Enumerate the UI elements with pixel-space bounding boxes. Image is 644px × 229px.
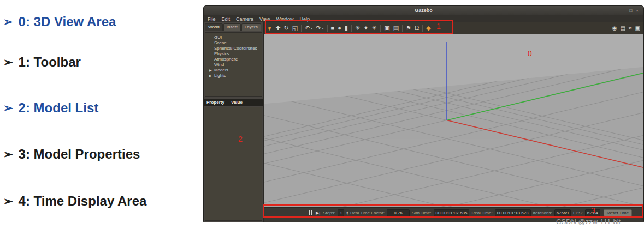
tab-insert[interactable]: Insert (223, 23, 241, 31)
model-properties-area[interactable] (205, 107, 262, 221)
minimize-button[interactable]: – (623, 8, 625, 13)
overlay-number-2: 2 (238, 135, 243, 143)
tree-item-label: Wind (214, 62, 224, 67)
screenshot-canvas: ➢ 0: 3D View Area ➢ 1: Toolbar ➢ 2: Mode… (0, 0, 644, 229)
menu-item-file[interactable]: File (208, 16, 216, 22)
data-logger-icon[interactable]: ▤ (621, 25, 625, 31)
tree-item-gui[interactable]: GUI (205, 34, 262, 40)
overlay-number-1: 1 (436, 22, 441, 31)
toolbar-highlight-box (265, 20, 453, 34)
tree-item-label: Models (214, 68, 228, 73)
close-button[interactable]: × (636, 8, 639, 13)
view-toolbar-group: ◉ ▤ ≈ ▣ (612, 25, 640, 31)
annotation-label: 2: Model List (19, 100, 99, 116)
annotation-0-3d-view-area: ➢ 0: 3D View Area (3, 14, 116, 29)
property-table-header: Property Value (204, 99, 263, 106)
tree-item-spherical-coordinates[interactable]: Spherical Coordinates (205, 45, 262, 51)
tree-item-models[interactable]: ▶ Models (205, 67, 262, 73)
arrow-bullet-icon: ➢ (3, 56, 13, 69)
tree-item-label: Scene (214, 40, 227, 45)
window-titlebar[interactable]: Gazebo – □ × (204, 6, 643, 15)
annotation-3-model-properties: ➢ 3: Model Properties (3, 147, 140, 162)
annotation-label: 0: 3D View Area (19, 14, 116, 29)
3d-scene-render (264, 34, 643, 207)
gazebo-window: Gazebo – □ × File Edit Camera View Windo… (203, 5, 644, 222)
tree-item-lights[interactable]: ▶ Lights (205, 73, 262, 78)
overlay-number-0: 0 (528, 49, 532, 58)
tree-item-label: Lights (214, 73, 226, 78)
annotation-1-toolbar: ➢ 1: Toolbar (3, 55, 81, 70)
tree-item-physics[interactable]: Physics (205, 51, 262, 56)
tree-item-scene[interactable]: Scene (205, 40, 262, 45)
tree-item-atmosphere[interactable]: Atmosphere (205, 56, 262, 62)
menu-item-camera[interactable]: Camera (236, 16, 253, 22)
model-list-panel: World Insert Layers GUI Scene Sp (204, 22, 264, 222)
tab-world[interactable]: World (205, 23, 223, 31)
world-tree: GUI Scene Spherical Coordinates Physics (205, 32, 262, 97)
maximize-button[interactable]: □ (629, 8, 632, 13)
tree-item-label: Spherical Coordinates (214, 46, 257, 51)
arrow-bullet-icon: ➢ (3, 148, 13, 161)
arrow-bullet-icon: ➢ (3, 195, 13, 208)
expand-arrow-icon: ▶ (209, 68, 213, 72)
annotation-2-model-list: ➢ 2: Model List (3, 100, 98, 116)
3d-viewport[interactable] (264, 34, 643, 207)
annotation-label: 4: Time Display Area (19, 194, 147, 209)
arrow-bullet-icon: ➢ (3, 15, 13, 28)
watermark: CSDN @zzw-111-bit (556, 218, 621, 226)
video-record-icon[interactable]: ▣ (635, 25, 640, 31)
tree-item-label: GUI (214, 35, 222, 40)
tree-item-wind[interactable]: Wind (205, 62, 262, 67)
screenshot-camera-icon[interactable]: ◉ (612, 25, 617, 31)
overlay-number-3: 3 (591, 206, 595, 215)
panel-tabs: World Insert Layers (204, 22, 263, 31)
value-column-header: Value (231, 100, 243, 105)
window-title: Gazebo (204, 8, 643, 13)
tab-layers[interactable]: Layers (241, 23, 261, 31)
annotation-4-time-display-area: ➢ 4: Time Display Area (3, 194, 146, 209)
time-display-highlight-box (263, 204, 643, 218)
menu-item-edit[interactable]: Edit (222, 16, 231, 22)
tree-item-label: Atmosphere (214, 57, 238, 62)
annotation-label: 1: Toolbar (19, 55, 81, 70)
annotation-label: 3: Model Properties (19, 147, 140, 162)
tree-item-label: Physics (214, 51, 229, 56)
property-column-header: Property (204, 100, 231, 105)
plot-icon[interactable]: ≈ (629, 25, 632, 31)
arrow-bullet-icon: ➢ (3, 101, 13, 114)
expand-arrow-icon: ▶ (209, 74, 213, 77)
